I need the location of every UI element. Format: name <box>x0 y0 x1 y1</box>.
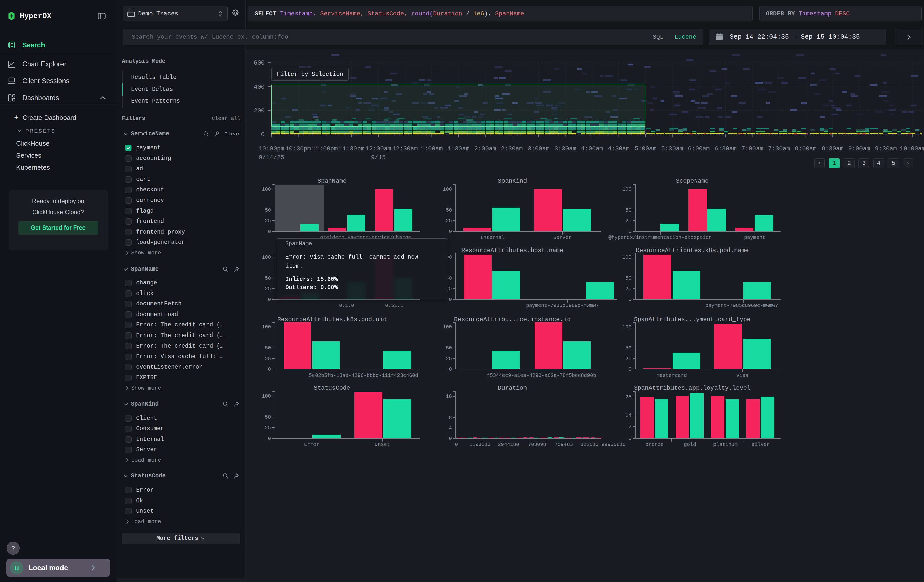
svg-text:3:30am: 3:30am <box>554 145 576 152</box>
svg-text:9:30am: 9:30am <box>875 145 897 152</box>
svg-text:5:00am: 5:00am <box>635 145 656 152</box>
svg-text:8:30am: 8:30am <box>822 145 843 152</box>
svg-text:2:30am: 2:30am <box>501 145 523 152</box>
svg-text:4:00am: 4:00am <box>581 145 603 152</box>
svg-text:6:30am: 6:30am <box>715 145 736 152</box>
svg-text:6:00am: 6:00am <box>688 145 710 152</box>
svg-text:9/15: 9/15 <box>371 154 386 161</box>
svg-text:12:00am: 12:00am <box>366 145 391 152</box>
svg-text:11:30pm: 11:30pm <box>339 145 364 152</box>
svg-text:200: 200 <box>254 107 265 114</box>
svg-text:8:00am: 8:00am <box>795 145 817 152</box>
svg-text:5:30am: 5:30am <box>662 145 683 152</box>
svg-text:10:00am: 10:00am <box>900 145 924 152</box>
svg-text:7:00am: 7:00am <box>741 145 763 152</box>
svg-text:9/14/25: 9/14/25 <box>259 154 284 161</box>
svg-text:400: 400 <box>254 84 265 90</box>
svg-text:9:00am: 9:00am <box>848 145 870 152</box>
svg-text:2:00am: 2:00am <box>474 145 496 152</box>
svg-text:7:30am: 7:30am <box>768 145 790 152</box>
svg-text:600: 600 <box>254 59 265 66</box>
svg-text:10:00pm: 10:00pm <box>259 145 284 152</box>
svg-text:3:00am: 3:00am <box>528 145 549 152</box>
svg-text:1:00am: 1:00am <box>421 145 442 152</box>
svg-text:12:30am: 12:30am <box>392 145 418 152</box>
svg-text:11:00pm: 11:00pm <box>312 145 338 152</box>
svg-text:0: 0 <box>261 131 265 138</box>
svg-text:1:30am: 1:30am <box>447 145 469 152</box>
svg-text:10:30pm: 10:30pm <box>285 145 311 152</box>
svg-text:4:30am: 4:30am <box>608 145 629 152</box>
